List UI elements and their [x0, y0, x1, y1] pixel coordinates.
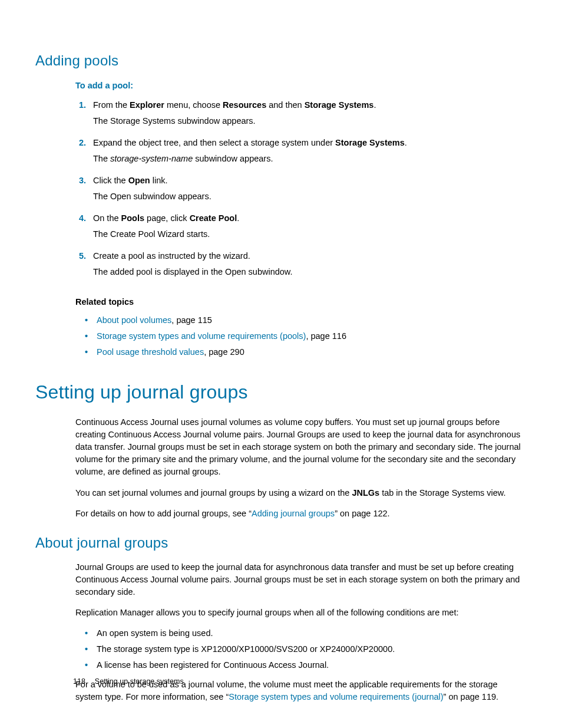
bold-term: Explorer: [130, 100, 164, 110]
text-run: The: [93, 154, 110, 163]
text-run: Click the: [93, 176, 128, 185]
step-text: From the Explorer menu, choose Resources…: [93, 99, 527, 111]
step-number: 3.: [75, 174, 93, 206]
body-paragraph: Journal Groups are used to keep the jour…: [75, 561, 527, 598]
procedure-step: 1. From the Explorer menu, choose Resour…: [75, 99, 527, 131]
bold-term: Storage Systems: [335, 138, 405, 147]
step-number: 1.: [75, 99, 93, 131]
bold-term: Storage Systems: [305, 100, 374, 110]
step-text: On the Pools page, click Create Pool.: [93, 212, 527, 225]
body-paragraph: Continuous Access Journal uses journal v…: [75, 416, 527, 478]
text-run: .: [405, 138, 407, 147]
text-run: You can set journal volumes and journal …: [75, 488, 352, 498]
related-topics-heading: Related topics: [75, 296, 527, 308]
list-item: • An open system is being used.: [85, 627, 527, 640]
text-run: From the: [93, 100, 130, 110]
cross-ref-link[interactable]: Storage system types and volume requirem…: [229, 692, 443, 701]
procedure-step: 2. Expand the object tree, and then sele…: [75, 137, 527, 169]
bullet-icon: •: [85, 659, 97, 671]
page-number: 118: [73, 677, 85, 686]
page-footer: 118Setting up storage systems: [73, 676, 184, 687]
bold-term: Create Pool: [190, 213, 237, 223]
text-run: On the: [93, 213, 121, 223]
bullet-icon: •: [85, 314, 97, 327]
step-result: The added pool is displayed in the Open …: [93, 266, 527, 278]
text-run: subwindow appears.: [193, 154, 273, 163]
step-text: Expand the object tree, and then select …: [93, 137, 527, 149]
bullet-icon: •: [85, 627, 97, 640]
related-topic-item: • About pool volumes, page 115: [85, 314, 527, 327]
step-result: The Open subwindow appears.: [93, 190, 527, 203]
list-item-text: The storage system type is XP12000/XP100…: [97, 643, 527, 655]
text-run: .: [237, 213, 239, 223]
bullet-icon: •: [85, 643, 97, 655]
text-run: page, click: [144, 213, 190, 223]
step-number: 5.: [75, 250, 93, 282]
text-run: menu, choose: [164, 100, 223, 110]
heading-setting-up-journal-groups: Setting up journal groups: [35, 378, 527, 406]
text-run: tab in the Storage Systems view.: [379, 488, 505, 498]
text-run: ” on page 119.: [444, 692, 499, 701]
text-run: For details on how to add journal groups…: [75, 509, 252, 518]
page-ref: , page 290: [204, 347, 244, 357]
text-run: ” on page 122.: [335, 509, 390, 518]
heading-adding-pools: Adding pools: [35, 51, 527, 71]
chapter-title: Setting up storage systems: [95, 677, 184, 686]
bullet-icon: •: [85, 346, 97, 358]
procedure-step: 4. On the Pools page, click Create Pool.…: [75, 212, 527, 244]
bold-term: Open: [128, 176, 150, 185]
cross-ref-link[interactable]: Adding journal groups: [252, 509, 335, 518]
step-text: Create a pool as instructed by the wizar…: [93, 250, 527, 262]
text-run: .: [373, 100, 376, 110]
procedure-step: 5. Create a pool as instructed by the wi…: [75, 250, 527, 282]
step-result: The Create Pool Wizard starts.: [93, 228, 527, 241]
list-item: • A license has been registered for Cont…: [85, 659, 527, 671]
related-link[interactable]: Storage system types and volume requirem…: [97, 331, 306, 341]
body-paragraph: For details on how to add journal groups…: [75, 508, 527, 520]
bold-term: JNLGs: [352, 488, 379, 498]
step-number: 2.: [75, 137, 93, 169]
step-result: The Storage Systems subwindow appears.: [93, 115, 527, 127]
text-run: link.: [150, 176, 168, 185]
related-link[interactable]: Pool usage threshold values: [97, 347, 204, 357]
procedure-lead-in: To add a pool:: [75, 80, 527, 92]
step-number: 4.: [75, 212, 93, 244]
italic-term: storage-system-name: [110, 154, 193, 163]
step-text: Click the Open link.: [93, 174, 527, 187]
related-topic-item: • Storage system types and volume requir…: [85, 330, 527, 342]
bold-term: Pools: [121, 213, 144, 223]
step-result: The storage-system-name subwindow appear…: [93, 153, 527, 165]
text-run: and then: [266, 100, 305, 110]
body-paragraph: Replication Manager allows you to specif…: [75, 607, 527, 619]
list-item-text: A license has been registered for Contin…: [97, 659, 527, 671]
bullet-icon: •: [85, 330, 97, 342]
body-paragraph: You can set journal volumes and journal …: [75, 487, 527, 499]
page-ref: , page 116: [306, 331, 346, 341]
bold-term: Resources: [223, 100, 266, 110]
related-link[interactable]: About pool volumes: [97, 315, 171, 325]
list-item: • The storage system type is XP12000/XP1…: [85, 643, 527, 655]
page-ref: , page 115: [171, 315, 212, 325]
text-run: Expand the object tree, and then select …: [93, 138, 335, 147]
heading-about-journal-groups: About journal groups: [35, 533, 527, 554]
related-topic-item: • Pool usage threshold values, page 290: [85, 346, 527, 358]
procedure-step: 3. Click the Open link. The Open subwind…: [75, 174, 527, 206]
list-item-text: An open system is being used.: [97, 627, 527, 640]
